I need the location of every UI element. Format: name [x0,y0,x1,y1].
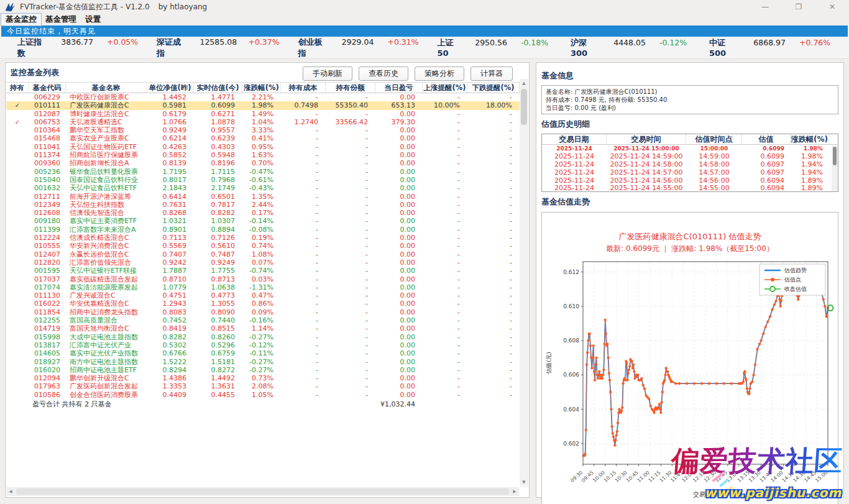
scroll-up-icon[interactable]: ▲ [520,79,528,88]
menu-item-2[interactable]: 基金管理 [41,14,81,25]
fund-row-005236[interactable]: 005236银华食品饮料量化股票1.71951.7115-0.47%--0.00… [6,168,520,176]
fund-row-006753[interactable]: ✓006753天弘港股通精选C1.07661.08781.04%1.274033… [6,118,520,126]
column-header-1[interactable]: 持有 [6,83,29,93]
fund-cell: - [423,242,467,250]
strategy-analysis-button[interactable]: 策略分析 [415,66,464,81]
fund-row-011854[interactable]: 011854招商中证消费龙头指数0.80830.80900.09%--0.00-… [6,308,520,316]
fund-cell: 天弘恒生科技指数 [66,201,147,209]
index-value: 2950.56 [472,38,507,47]
fund-row-017963[interactable]: 017963广发医药创新混合发起1.33531.36312.08%--0.00-… [6,382,520,390]
fund-cell: - [467,234,520,242]
history-scrollbar[interactable] [832,145,838,191]
scroll-down-icon[interactable]: ▼ [520,478,528,487]
fund-cell: - [423,193,467,201]
history-scroll-thumb[interactable] [833,147,837,165]
fund-row-006229[interactable]: 006229中欧医疗创新股票C1.44521.47712.21%--0.00-- [6,93,520,101]
fund-row-010111[interactable]: ✓010111广发医药健康混合C0.59810.60991.98%0.74985… [6,101,520,109]
vertical-scroll-thumb[interactable] [521,89,527,125]
fund-info-line-3: 当日盈亏: 0.00 元 (盈利) [546,104,834,112]
column-header-11[interactable]: 下跌提醒(%) [467,83,520,93]
fund-row-013817[interactable]: 013817汇添富中证光伏产业0.53020.5296-0.12%--0.00-… [6,341,520,349]
fund-cell: 1.4452 [147,93,194,101]
column-header-9[interactable]: 当日盈亏 [375,83,423,93]
fund-cell: 0.7631 [147,201,194,209]
menu-item-3[interactable]: 设置 [81,14,105,25]
fund-row-015040[interactable]: 015040国泰国证食品饮料行业0.80170.7968-0.61%--0.00… [6,176,520,184]
column-header-8[interactable]: 持有份额 [326,83,375,93]
fund-row-016020[interactable]: 016020招商中证电池主题ETF0.82940.8272-0.27%--0.0… [6,366,520,374]
history-cell: 2025-11-24 [542,153,607,161]
fund-row-016022[interactable]: 016022华安优嘉精选混合C1.29431.30550.86%--0.00-- [6,300,520,308]
fund-cell: - [467,118,520,126]
column-header-2[interactable]: 基金代码 [29,83,66,93]
fund-cell: 0.6414 [147,193,194,201]
fund-row-015998[interactable]: 015998大成中证电池主题指数0.82820.8260-0.27%--0.00… [6,333,520,341]
column-header-3[interactable]: 基金名称 [66,83,147,93]
fund-row-018927[interactable]: 018927南方中证电池主题指数1.52221.5181-0.27%--0.00… [6,358,520,366]
column-header-4[interactable]: 单位净值(昨) [147,83,194,93]
history-cell: 14:59:00 [686,153,742,161]
fund-cell: 017963 [29,382,66,390]
scroll-right-icon[interactable]: ▶ [510,487,519,496]
fund-row-001595[interactable]: 001595天弘中证银行ETF联接1.78871.7755-0.74%--0.0… [6,267,520,275]
fund-cell: 653.13 [375,101,423,109]
fund-cell: 0.9557 [194,126,242,134]
fund-row-011374[interactable]: 011374招商前沿医疗保健股票0.58520.59481.63%--0.00-… [6,151,520,159]
fund-row-010364[interactable]: 010364鹏华空天军工指数0.92490.95573.33%--0.00-- [6,126,520,134]
fund-row-011399[interactable]: 011399汇添富数字未来混合A0.89010.8894-0.08%--0.00… [6,226,520,234]
fund-row-012087[interactable]: 012087博时健康生活混合C0.61790.62711.49%--0.00-- [6,110,520,118]
column-header-7[interactable]: 持有成本 [281,83,326,93]
fund-row-010555[interactable]: 010555华安新兴消费混合C0.55690.56100.74%--0.00-- [6,242,520,250]
view-history-button[interactable]: 查看历史 [359,66,408,81]
fund-cell: 0.00 [375,267,423,275]
fund-row-011041[interactable]: 011041天弘国证生物医药ETF0.42630.43030.95%--0.00… [6,143,520,151]
minimize-button[interactable]: — [760,2,771,11]
fund-row-009360[interactable]: 009360招商创新增长混合A0.81390.81960.70%--0.00-- [6,159,520,167]
fund-table-horizontal-scrollbar[interactable]: ◀ ▶ [6,487,519,496]
fund-cell: - [326,143,375,151]
fund-cell: - [281,291,326,300]
fund-row-012407[interactable]: 012407永赢长远价值混合C0.74070.74871.08%--0.00-- [6,250,520,259]
held-check [6,291,29,300]
legend-close-marker [770,286,775,291]
maximize-button[interactable]: ❐ [793,2,804,11]
fund-cell: 永赢长远价值混合C [66,250,147,259]
fund-cell: 0.00 [375,250,423,259]
column-header-5[interactable]: 实时估值(今) [194,83,242,93]
fund-row-009180[interactable]: 009180嘉实中证主要消费ETF1.03211.0307-0.14%--0.0… [6,217,520,225]
close-button[interactable]: ✕ [827,2,838,11]
fund-row-017037[interactable]: 017037嘉实低碳精选混合发起0.87100.87130.03%--0.00-… [6,275,520,283]
fund-row-011130[interactable]: 011130广发兴诚混合C0.47510.47730.47%--0.00-- [6,291,520,300]
fund-row-012820[interactable]: 012820汇添富价值领先混合0.92420.92490.07%--0.00-- [6,259,520,267]
fund-row-014605[interactable]: 014605嘉实中证光伏产业指数0.67660.6759-0.11%--0.00… [6,349,520,357]
scroll-left-icon[interactable]: ◀ [6,487,15,496]
fund-row-012255[interactable]: 012255富国高质量混合0.74520.7440-0.16%--0.00-- [6,316,520,324]
horizontal-scroll-thumb[interactable] [16,488,509,495]
refresh-button[interactable]: 手动刷新 [303,66,352,81]
history-cell: 2025-11-24 [542,161,607,169]
fund-row-001632[interactable]: 001632天弘中证食品饮料ETF2.18432.1749-0.43%--0.0… [6,184,520,192]
fund-row-012349[interactable]: 012349天弘恒生科技指数0.76310.78172.44%--0.00-- [6,201,520,209]
menu-item-1[interactable]: 基金监控 [1,14,41,25]
fund-cell: - [326,176,375,184]
calculator-button[interactable]: 计算器 [470,66,513,81]
column-header-6[interactable]: 涨跌幅(%) [242,83,281,93]
held-check [6,226,29,234]
fund-row-015468[interactable]: 015468嘉实农业产业股票C0.62140.62390.41%--0.00-- [6,134,520,142]
fund-table-vertical-scrollbar[interactable]: ▲ ▼ [520,79,528,487]
fund-cell: - [326,159,375,167]
fund-row-012608[interactable]: 012608信澳领先智选混合0.82680.82820.17%--0.00-- [6,209,520,217]
fund-cell: 1.05% [242,391,281,399]
fund-row-012224[interactable]: 012224信澳成长精选混合C0.71130.71260.19%--0.00-- [6,234,520,242]
fund-row-010586[interactable]: 010586创金合信医药消费股票0.44090.44551.05%--0.00-… [6,391,520,399]
data-point [633,370,635,373]
fund-row-017074[interactable]: 017074嘉实清洁能源股票发起1.07791.0638-1.31%--0.00… [6,283,520,291]
fund-row-012094[interactable]: 012094鹏华创新升级混合C1.43861.44920.73%--0.00-- [6,374,520,382]
fund-row-014719[interactable]: 014719富国天旭均衡混合C0.84190.85151.14%--0.00-- [6,324,520,332]
data-point [764,326,767,328]
fund-row-012711[interactable]: 012711前海开源沪港深蓝筹0.64140.65011.35%--0.00-- [6,193,520,201]
column-header-10[interactable]: 上涨提醒(%) [423,83,467,93]
index-value: 2929.04 [339,37,374,47]
held-check [6,316,29,324]
history-cell: 0.6097 [742,169,791,177]
